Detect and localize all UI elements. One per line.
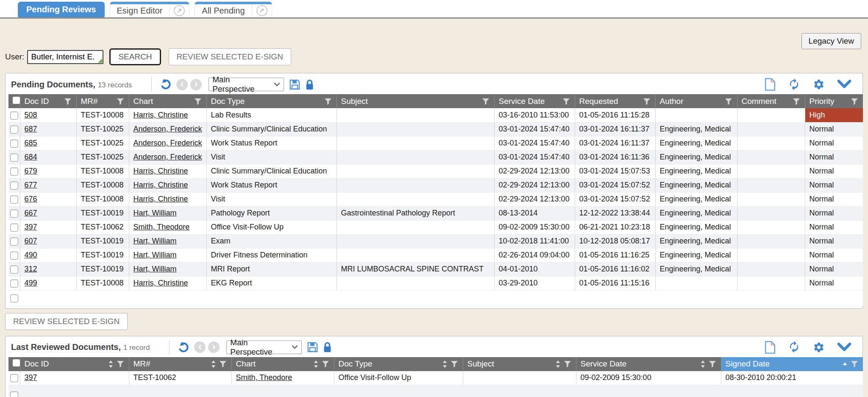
new-document-icon[interactable] [765, 341, 775, 354]
doc-id-link[interactable]: 607 [25, 237, 37, 245]
filter-icon[interactable] [321, 360, 330, 368]
col-header-chart[interactable]: Chart [231, 357, 334, 371]
row-checkbox[interactable] [10, 266, 18, 274]
filter-icon[interactable] [324, 97, 332, 106]
filter-icon[interactable] [219, 360, 227, 368]
gear-icon[interactable] [813, 78, 825, 90]
filter-icon[interactable] [481, 97, 490, 106]
prev-perspective-icon[interactable]: ‹ [176, 79, 188, 90]
user-input[interactable] [27, 50, 103, 64]
filter-icon[interactable] [563, 360, 572, 368]
sort-icon[interactable] [700, 360, 706, 369]
chart-link[interactable]: Harris, Christine [134, 167, 188, 175]
row-checkbox[interactable] [10, 294, 18, 302]
collapse-chevron-icon[interactable] [837, 80, 851, 89]
doc-id-link[interactable]: 397 [25, 223, 37, 231]
chart-link[interactable]: Harris, Christine [134, 195, 188, 203]
popout-button[interactable]: ↗ [169, 4, 189, 17]
perspective-select[interactable]: Main Perspective [226, 341, 302, 354]
chart-link[interactable]: Smith, Theodore [134, 223, 190, 231]
row-checkbox[interactable] [10, 280, 18, 288]
reset-perspective-icon[interactable] [159, 78, 172, 91]
doc-id-link[interactable]: 677 [25, 181, 37, 189]
filter-icon[interactable] [850, 97, 859, 106]
chart-link[interactable]: Harris, Christine [134, 111, 188, 119]
sort-icon[interactable] [211, 360, 216, 369]
review-selected-button-top[interactable]: REVIEW SELECTED E-SIGN [169, 48, 291, 65]
next-perspective-icon[interactable]: › [208, 341, 220, 353]
row-checkbox[interactable] [10, 182, 18, 190]
search-button[interactable]: SEARCH [109, 48, 161, 65]
chart-link[interactable]: Harris, Christine [134, 181, 188, 189]
popout-button[interactable]: ↗ [252, 4, 272, 17]
col-header-mr[interactable]: MR# [129, 357, 231, 371]
doc-id-link[interactable]: 667 [25, 209, 37, 217]
review-selected-button-bottom[interactable]: REVIEW SELECTED E-SIGN [5, 313, 128, 330]
row-checkbox[interactable] [10, 374, 18, 382]
row-checkbox[interactable] [10, 238, 18, 246]
chart-link[interactable]: Anderson, Frederick [134, 139, 202, 147]
chart-link[interactable]: Hart, William [134, 209, 177, 217]
doc-id-link[interactable]: 679 [25, 167, 37, 175]
lock-icon[interactable] [323, 341, 332, 353]
doc-id-link[interactable]: 312 [25, 265, 37, 273]
row-checkbox[interactable] [10, 210, 18, 218]
col-header-doc-type[interactable]: Doc Type [334, 357, 463, 371]
new-document-icon[interactable] [765, 78, 775, 91]
filter-icon[interactable] [792, 97, 801, 106]
prev-perspective-icon[interactable]: ‹ [194, 341, 206, 353]
tab-esign-editor[interactable]: Esign Editor ↗ [110, 2, 190, 17]
col-header-doc-id[interactable]: Doc ID [20, 357, 129, 371]
filter-icon[interactable] [724, 97, 733, 106]
perspective-select[interactable]: Main Perspective [209, 78, 284, 91]
doc-id-link[interactable]: 499 [25, 279, 37, 287]
sort-icon[interactable] [555, 360, 561, 369]
collapse-chevron-icon[interactable] [837, 343, 851, 352]
row-checkbox[interactable] [10, 140, 18, 148]
doc-id-link[interactable]: 397 [25, 373, 37, 382]
filter-icon[interactable] [708, 360, 717, 368]
chart-link[interactable]: Hart, William [134, 265, 177, 273]
legacy-view-button[interactable]: Legacy View [801, 33, 861, 49]
col-header-service-date[interactable]: Service Date [576, 357, 721, 371]
filter-icon[interactable] [450, 360, 459, 368]
reset-perspective-icon[interactable] [177, 341, 190, 354]
row-checkbox[interactable] [10, 252, 18, 260]
save-perspective-icon[interactable] [289, 79, 300, 90]
chart-link[interactable]: Hart, William [134, 251, 177, 259]
doc-id-link[interactable]: 687 [25, 125, 37, 133]
sort-icon[interactable] [442, 360, 448, 369]
row-checkbox[interactable] [10, 154, 18, 162]
chart-link[interactable]: Anderson, Frederick [134, 125, 202, 133]
refresh-icon[interactable] [788, 78, 800, 91]
filter-icon[interactable] [64, 97, 72, 106]
col-header-signed-date[interactable]: Signed Date [721, 357, 863, 371]
row-checkbox[interactable] [10, 168, 18, 176]
col-header-subject[interactable]: Subject [463, 357, 576, 371]
row-checkbox[interactable] [10, 391, 18, 397]
doc-id-link[interactable]: 490 [25, 251, 37, 259]
chart-link[interactable]: Harris, Christine [134, 279, 188, 287]
lock-icon[interactable] [305, 79, 314, 90]
chart-link[interactable]: Anderson, Frederick [134, 153, 202, 161]
doc-id-link[interactable]: 685 [25, 139, 37, 147]
row-checkbox[interactable] [10, 224, 18, 232]
filter-icon[interactable] [194, 97, 202, 106]
doc-id-link[interactable]: 508 [25, 111, 37, 119]
select-all-checkbox[interactable] [8, 357, 20, 371]
next-perspective-icon[interactable]: › [190, 79, 202, 90]
chart-link[interactable]: Hart, William [134, 237, 177, 245]
filter-icon[interactable] [562, 97, 570, 106]
save-perspective-icon[interactable] [307, 341, 318, 353]
filter-icon[interactable] [116, 360, 125, 368]
sort-asc-icon[interactable] [842, 361, 848, 367]
filter-icon[interactable] [116, 97, 125, 106]
refresh-icon[interactable] [788, 341, 800, 353]
select-all-checkbox[interactable] [8, 94, 20, 108]
row-checkbox[interactable] [10, 112, 18, 120]
row-checkbox[interactable] [10, 126, 18, 134]
row-checkbox[interactable] [10, 196, 18, 204]
gear-icon[interactable] [813, 341, 825, 353]
sort-icon[interactable] [108, 360, 114, 369]
filter-icon[interactable] [643, 97, 651, 106]
